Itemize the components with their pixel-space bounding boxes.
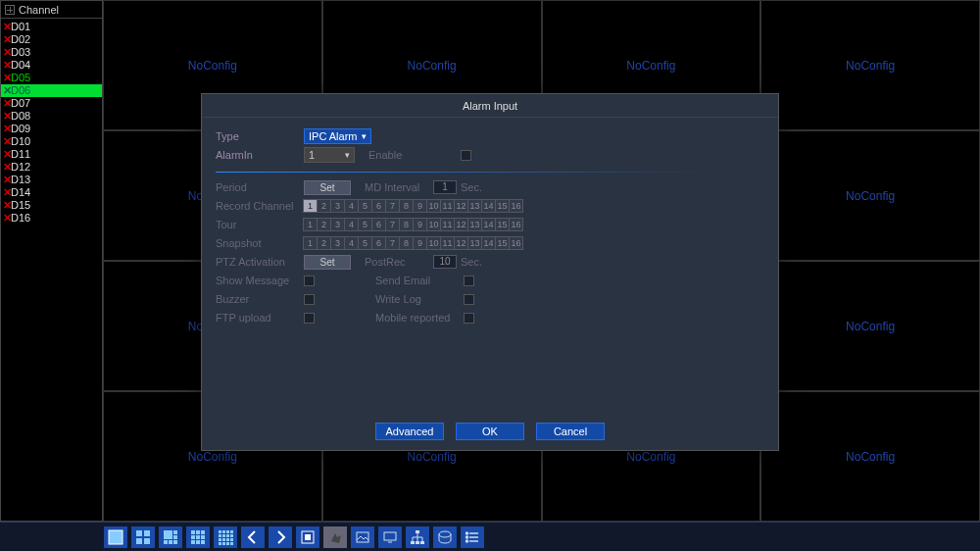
channel-num-13[interactable]: 13 — [467, 218, 482, 231]
channel-num-4[interactable]: 4 — [344, 236, 359, 250]
channel-num-7[interactable]: 7 — [385, 218, 400, 231]
channel-item-d14[interactable]: ✕D14 — [1, 186, 102, 199]
channel-num-3[interactable]: 3 — [330, 236, 345, 250]
channel-num-12[interactable]: 12 — [454, 199, 468, 213]
view9-icon[interactable] — [186, 526, 210, 548]
channel-num-3[interactable]: 3 — [330, 199, 345, 213]
postrec-input[interactable]: 10 — [433, 255, 457, 269]
channel-item-d10[interactable]: ✕D10 — [1, 135, 102, 148]
mobile-reported-checkbox[interactable] — [464, 313, 474, 324]
ptz-icon[interactable] — [323, 526, 347, 548]
channel-num-6[interactable]: 6 — [371, 199, 386, 213]
channel-item-d03[interactable]: ✕D03 — [1, 46, 102, 59]
channel-num-4[interactable]: 4 — [344, 199, 359, 213]
channel-num-16[interactable]: 16 — [509, 236, 523, 250]
snapshot-grid[interactable]: 12345678910111213141516 — [304, 236, 523, 250]
channel-num-7[interactable]: 7 — [385, 236, 400, 250]
channel-num-7[interactable]: 7 — [385, 199, 400, 213]
channel-num-14[interactable]: 14 — [481, 236, 496, 250]
enable-checkbox[interactable] — [461, 150, 471, 161]
advanced-button[interactable]: Advanced — [375, 423, 444, 440]
channel-item-d05[interactable]: ✕D05 — [1, 72, 102, 84]
channel-num-16[interactable]: 16 — [509, 218, 523, 231]
channel-item-d01[interactable]: ✕D01 — [1, 21, 102, 33]
grid-cell[interactable]: NoConfig — [760, 261, 980, 391]
channel-num-6[interactable]: 6 — [371, 218, 386, 231]
ptz-set-button[interactable]: Set — [304, 255, 351, 270]
channel-item-d16[interactable]: ✕D16 — [1, 212, 102, 225]
channel-num-1[interactable]: 1 — [303, 236, 318, 250]
channel-num-15[interactable]: 15 — [495, 199, 510, 213]
prev-icon[interactable] — [241, 526, 265, 548]
channel-num-5[interactable]: 5 — [358, 199, 372, 213]
channel-item-d09[interactable]: ✕D09 — [1, 123, 102, 135]
grid-cell[interactable]: NoConfig — [760, 391, 980, 522]
channel-item-d07[interactable]: ✕D07 — [1, 97, 102, 110]
channel-num-2[interactable]: 2 — [317, 236, 331, 250]
tour-grid[interactable]: 12345678910111213141516 — [304, 218, 523, 231]
view1-icon[interactable] — [104, 526, 127, 548]
write-log-checkbox[interactable] — [464, 294, 474, 305]
channel-item-d06[interactable]: ✕D06 — [1, 84, 102, 97]
channel-num-5[interactable]: 5 — [358, 218, 372, 231]
alarmin-dropdown[interactable]: 1 ▾ — [304, 147, 355, 163]
ftp-upload-checkbox[interactable] — [304, 313, 315, 324]
channel-num-11[interactable]: 11 — [440, 236, 455, 250]
channel-num-14[interactable]: 14 — [481, 199, 496, 213]
channel-num-15[interactable]: 15 — [495, 236, 510, 250]
channel-num-16[interactable]: 16 — [509, 199, 523, 213]
channel-num-13[interactable]: 13 — [467, 199, 482, 213]
channel-item-d13[interactable]: ✕D13 — [1, 174, 102, 186]
channel-num-4[interactable]: 4 — [344, 218, 359, 231]
view4-icon[interactable] — [131, 526, 155, 548]
image-icon[interactable] — [351, 526, 374, 548]
channel-num-5[interactable]: 5 — [358, 236, 372, 250]
channel-item-d04[interactable]: ✕D04 — [1, 59, 102, 72]
channel-num-3[interactable]: 3 — [330, 218, 345, 231]
channel-num-14[interactable]: 14 — [481, 218, 496, 231]
channel-num-11[interactable]: 11 — [440, 218, 455, 231]
network-icon[interactable] — [406, 526, 429, 548]
channel-item-d02[interactable]: ✕D02 — [1, 33, 102, 46]
view8-icon[interactable] — [159, 526, 182, 548]
channel-num-2[interactable]: 2 — [317, 199, 331, 213]
channel-num-1[interactable]: 1 — [303, 199, 318, 213]
channel-num-10[interactable]: 10 — [426, 236, 441, 250]
channel-num-8[interactable]: 8 — [399, 218, 414, 231]
channel-num-6[interactable]: 6 — [371, 236, 386, 250]
channel-num-9[interactable]: 9 — [413, 199, 427, 213]
channel-num-10[interactable]: 10 — [426, 218, 441, 231]
channel-item-d12[interactable]: ✕D12 — [1, 161, 102, 174]
disk-icon[interactable] — [433, 526, 457, 548]
grid-cell[interactable]: NoConfig — [760, 0, 980, 130]
cancel-button[interactable]: Cancel — [536, 423, 605, 440]
channel-num-15[interactable]: 15 — [495, 218, 510, 231]
period-set-button[interactable]: Set — [304, 180, 351, 195]
channel-num-2[interactable]: 2 — [317, 218, 331, 231]
channel-num-12[interactable]: 12 — [454, 218, 468, 231]
channel-num-12[interactable]: 12 — [454, 236, 468, 250]
channel-item-d08[interactable]: ✕D08 — [1, 110, 102, 123]
channel-item-d15[interactable]: ✕D15 — [1, 199, 102, 212]
mdinterval-input[interactable]: 1 — [433, 180, 457, 194]
ok-button[interactable]: OK — [456, 423, 524, 440]
record-channel-grid[interactable]: 12345678910111213141516 — [304, 199, 523, 213]
type-dropdown[interactable]: IPC Alarm ▾ — [304, 128, 371, 144]
channel-num-9[interactable]: 9 — [413, 218, 427, 231]
next-icon[interactable] — [269, 526, 292, 548]
channel-num-11[interactable]: 11 — [440, 199, 455, 213]
buzzer-checkbox[interactable] — [304, 294, 315, 305]
show-message-checkbox[interactable] — [304, 276, 315, 286]
view16-icon[interactable] — [214, 526, 237, 548]
list-icon[interactable] — [461, 526, 484, 548]
grid-cell[interactable]: NoConfig — [760, 130, 980, 261]
channel-num-13[interactable]: 13 — [467, 236, 482, 250]
channel-num-8[interactable]: 8 — [399, 199, 414, 213]
channel-num-9[interactable]: 9 — [413, 236, 427, 250]
channel-item-d11[interactable]: ✕D11 — [1, 148, 102, 161]
fullscreen-icon[interactable] — [296, 526, 319, 548]
send-email-checkbox[interactable] — [464, 276, 474, 286]
channel-num-10[interactable]: 10 — [426, 199, 441, 213]
monitor-icon[interactable] — [378, 526, 402, 548]
channel-num-1[interactable]: 1 — [303, 218, 318, 231]
